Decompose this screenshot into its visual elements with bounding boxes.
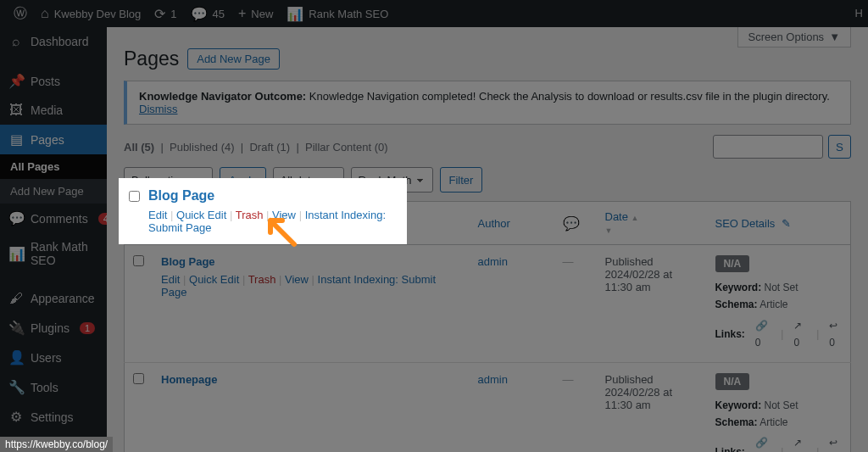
sidebar-item-label: Media xyxy=(31,103,63,117)
site-name[interactable]: ⌂Kwebby Dev Blog xyxy=(34,0,147,27)
date-status: Published xyxy=(605,255,698,268)
submenu-add-new-page[interactable]: Add New Page xyxy=(0,179,107,204)
table-row: Blog Page Edit | Quick Edit | Trash | Vi… xyxy=(125,245,851,363)
date-value: 2024/02/28 at 11:30 am xyxy=(605,268,698,293)
sidebar-item-pages[interactable]: ▤Pages xyxy=(0,125,107,154)
refresh-icon: ⟳ xyxy=(154,6,165,22)
sidebar-item-plugins[interactable]: 🔌Plugins1 xyxy=(0,313,107,343)
admin-topbar: ⓦ ⌂Kwebby Dev Blog ⟳1 💬45 +New 📊Rank Mat… xyxy=(0,0,868,27)
plugins-badge: 1 xyxy=(80,322,95,334)
page-header: Pages Add New Page xyxy=(124,47,851,70)
search-input[interactable] xyxy=(713,135,823,159)
wrench-icon: 🔧 xyxy=(8,379,24,395)
row-checkbox[interactable] xyxy=(133,373,144,384)
comments-count: 45 xyxy=(213,8,225,20)
sidebar-item-rankmath[interactable]: 📊Rank Math SEO xyxy=(0,233,107,274)
updates-count: 1 xyxy=(170,8,176,20)
row-action-trash[interactable]: Trash xyxy=(236,209,264,221)
row-action-edit[interactable]: Edit xyxy=(148,209,167,221)
chevron-down-icon: ▼ xyxy=(829,31,840,43)
filter-published[interactable]: Published (4) xyxy=(170,141,235,153)
plug-icon: 🔌 xyxy=(8,320,24,336)
row-title-link[interactable]: Blog Page xyxy=(161,255,215,268)
comment-icon: 💬 xyxy=(563,216,580,231)
filter-draft[interactable]: Draft (1) xyxy=(249,141,290,153)
row-action-view[interactable]: View xyxy=(285,273,309,286)
plus-icon: + xyxy=(238,6,246,21)
pin-icon: 📌 xyxy=(8,73,24,89)
site-name-label: Kwebby Dev Blog xyxy=(54,8,142,20)
notice-text: Knowledge Navigation completed! Check th… xyxy=(306,90,830,103)
new-label: New xyxy=(251,8,273,20)
row-action-trash[interactable]: Trash xyxy=(248,273,276,286)
dashboard-icon: ⌕ xyxy=(8,34,24,49)
page-title: Pages xyxy=(124,47,179,70)
row-action-quick-edit[interactable]: Quick Edit xyxy=(176,209,226,221)
comment-count: — xyxy=(563,255,574,268)
comment-icon: 💬 xyxy=(8,210,24,226)
search-button[interactable]: S xyxy=(828,135,851,159)
subsubsub: All (5) | Published (4) | Draft (1) | Pi… xyxy=(124,135,851,159)
column-seo[interactable]: SEO Details ✎ xyxy=(707,202,851,245)
submenu-all-pages[interactable]: All Pages xyxy=(0,154,107,179)
filter-all[interactable]: All (5) xyxy=(124,141,154,153)
user-icon: 👤 xyxy=(8,349,24,366)
screen-options-toggle[interactable]: Screen Options▼ xyxy=(737,27,851,47)
comment-count: — xyxy=(563,373,574,386)
sidebar-item-tools[interactable]: 🔧Tools xyxy=(0,372,107,402)
updates[interactable]: ⟳1 xyxy=(147,0,183,27)
author-link[interactable]: admin xyxy=(478,255,508,268)
comments-bubble[interactable]: 💬45 xyxy=(184,0,231,27)
sidebar-item-label: Plugins xyxy=(31,321,70,335)
howdy[interactable]: H xyxy=(855,7,863,20)
settings-icon: ⚙ xyxy=(8,409,24,425)
row-title-link[interactable]: Blog Page xyxy=(148,188,214,203)
date-status: Published xyxy=(605,373,698,386)
status-bar-url: https://kwebby.co/blog/ xyxy=(0,437,113,452)
notice-dismiss-link[interactable]: Dismiss xyxy=(139,103,178,115)
screen-options-label: Screen Options xyxy=(748,31,825,43)
author-link[interactable]: admin xyxy=(478,373,508,386)
sidebar-item-label: Comments xyxy=(31,212,88,226)
column-author[interactable]: Author xyxy=(470,202,554,245)
pencil-icon: ✎ xyxy=(782,217,791,230)
column-date[interactable]: Date ▲▼ xyxy=(597,202,707,245)
annotation-arrow xyxy=(260,210,303,256)
sidebar-item-label: Tools xyxy=(31,381,58,394)
admin-sidebar: ⌕Dashboard 📌Posts 🖾Media ▤Pages All Page… xyxy=(0,27,107,452)
seo-badge: N/A xyxy=(715,373,750,390)
sidebar-submenu-pages: All Pages Add New Page xyxy=(0,154,107,204)
media-icon: 🖾 xyxy=(8,103,24,118)
row-title-link[interactable]: Homepage xyxy=(161,373,217,386)
row-action-edit[interactable]: Edit xyxy=(161,273,180,286)
sidebar-item-posts[interactable]: 📌Posts xyxy=(0,66,107,96)
row-checkbox[interactable] xyxy=(133,255,144,266)
sidebar-item-label: Rank Math SEO xyxy=(31,240,98,267)
filter-button[interactable]: Filter xyxy=(440,167,483,193)
row-action-quick-edit[interactable]: Quick Edit xyxy=(189,273,239,286)
table-row: Homepage Edit | Quick Edit | Trash | Vie… xyxy=(125,362,851,452)
sidebar-item-label: Posts xyxy=(31,75,60,88)
sidebar-item-users[interactable]: 👤Users xyxy=(0,343,107,372)
sidebar-item-dashboard[interactable]: ⌕Dashboard xyxy=(0,27,107,56)
wordpress-icon: ⓦ xyxy=(14,5,27,23)
sidebar-item-label: Users xyxy=(31,351,62,365)
admin-notice: Knowledge Navigator Outcome: Knowledge N… xyxy=(124,81,851,125)
sidebar-item-comments[interactable]: 💬Comments45 xyxy=(0,204,107,233)
rankmath-topbar[interactable]: 📊Rank Math SEO xyxy=(280,0,395,27)
notice-label: Knowledge Navigator Outcome: xyxy=(139,90,306,103)
comment-icon: 💬 xyxy=(191,6,208,22)
chart-icon: 📊 xyxy=(8,246,24,262)
sidebar-item-settings[interactable]: ⚙Settings xyxy=(0,402,107,432)
add-new-page-button[interactable]: Add New Page xyxy=(187,48,280,70)
sidebar-item-appearance[interactable]: 🖌Appearance xyxy=(0,284,107,313)
new-content[interactable]: +New xyxy=(231,0,280,27)
column-comments[interactable]: 💬 xyxy=(554,202,597,245)
sidebar-item-label: Dashboard xyxy=(31,35,89,48)
sidebar-item-label: Settings xyxy=(31,410,74,424)
sidebar-item-media[interactable]: 🖾Media xyxy=(0,96,107,125)
wp-logo[interactable]: ⓦ xyxy=(7,0,34,27)
row-checkbox[interactable] xyxy=(129,191,140,202)
rankmath-label: Rank Math SEO xyxy=(309,8,388,20)
filter-pillar[interactable]: Pillar Content (0) xyxy=(305,141,388,153)
